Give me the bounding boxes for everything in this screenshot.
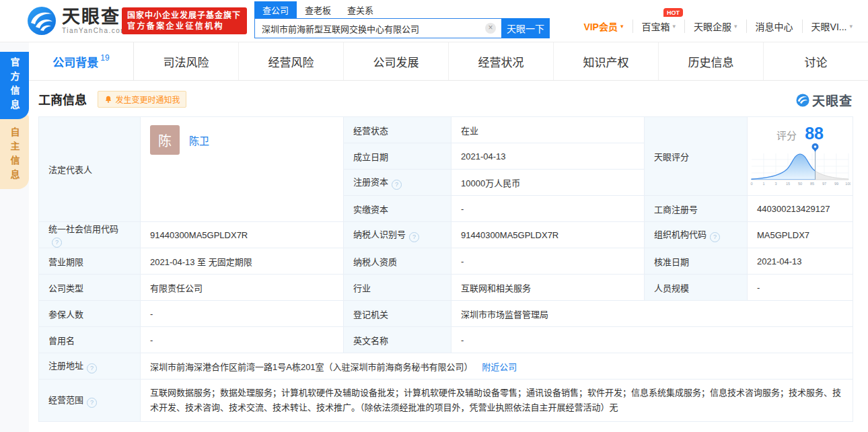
- label-text: 注册资本: [353, 177, 388, 187]
- value-industry: 互联网和相关服务: [451, 275, 645, 301]
- label-establish-date: 成立日期: [344, 143, 451, 170]
- tianyancha-logo[interactable]: 天眼查 TianYanCha.com: [27, 6, 127, 36]
- value-business-term: 2021-04-13 至 无固定期限: [141, 248, 344, 275]
- tab-label: 讨论: [805, 53, 828, 70]
- value-establish-date: 2021-04-13: [451, 143, 645, 170]
- tianyancha-watermark: 天眼查: [796, 91, 853, 109]
- label-text: 统一社会信用代码: [48, 224, 118, 234]
- label-business-term: 营业期限: [39, 248, 141, 275]
- value-legal-representative: 陈 陈卫: [141, 117, 344, 222]
- table-row: 公司类型 有限责任公司 行业 互联网和相关服务 人员规模 -: [39, 275, 853, 301]
- tab-label: 公司背景: [52, 53, 98, 70]
- value-staff-size: -: [748, 275, 853, 301]
- side-tab-official-info[interactable]: 官方信息: [0, 52, 29, 119]
- chevron-down-icon: ▾: [734, 23, 737, 30]
- value-english-name: -: [451, 327, 853, 353]
- tab-label: 经营状况: [478, 53, 524, 70]
- legal-rep-avatar[interactable]: 陈: [150, 125, 180, 155]
- nav-toolbox[interactable]: HOT 百宝箱 ▾: [632, 20, 685, 33]
- value-registration-number: 440300213429127: [748, 196, 853, 222]
- value-approval-date: 2021-04-13: [748, 248, 853, 275]
- search-tab-boss[interactable]: 查老板: [297, 1, 339, 18]
- search-input[interactable]: [254, 18, 501, 38]
- logo-text: 天眼查 TianYanCha.com: [62, 8, 127, 34]
- tab-label: 知识产权: [583, 53, 629, 70]
- help-icon[interactable]: ?: [409, 232, 419, 242]
- help-icon[interactable]: ?: [87, 398, 97, 408]
- value-paid-in-capital: -: [451, 196, 645, 222]
- logo-title: 天眼查: [62, 8, 127, 26]
- tab-label: 公司发展: [373, 53, 419, 70]
- search-tabs: 查公司 查老板 查关系: [254, 3, 550, 18]
- nav-message-center-label: 消息中心: [756, 20, 793, 33]
- tab-count-badge: 19: [100, 53, 109, 63]
- chevron-down-icon: ▾: [673, 23, 676, 30]
- label-staff-size: 人员规模: [645, 275, 748, 301]
- address-text: 深圳市前海深港合作区前湾一路1号A栋201室（入驻深圳市前海商务秘书有限公司）: [150, 362, 473, 372]
- table-row: 法定代表人 陈 陈卫 经营状态 在业 天眼评分 评分 88: [39, 117, 853, 143]
- value-company-type: 有限责任公司: [141, 275, 344, 301]
- score-header: 评分 88: [749, 124, 851, 143]
- header-nav: VIP会员 ▾ HOT 百宝箱 ▾ 天眼企服 ▾ 消息中心 天眼VI... ▾: [575, 20, 861, 33]
- help-icon[interactable]: ?: [392, 180, 402, 190]
- tab-operating-status[interactable]: 经营状况: [449, 42, 554, 80]
- nav-enterprise-service-label: 天眼企服: [694, 20, 731, 33]
- nav-vip-label: VIP会员: [583, 20, 618, 33]
- search-tab-relation[interactable]: 查关系: [339, 1, 382, 18]
- nearby-companies-link[interactable]: 附近公司: [482, 362, 517, 372]
- nav-vip-member[interactable]: VIP会员 ▾: [575, 20, 632, 33]
- company-tabbar: 公司背景 19 司法风险 经营风险 公司发展 经营状况 知识产权 历史信息 讨论: [29, 42, 868, 81]
- score-curve-blue: [752, 154, 848, 180]
- tab-label: 历史信息: [688, 53, 734, 70]
- tab-judicial-risk[interactable]: 司法风险: [134, 42, 239, 80]
- tab-label: 经营风险: [268, 53, 314, 70]
- tab-history-info[interactable]: 历史信息: [659, 42, 764, 80]
- svg-text:15: 15: [786, 182, 790, 186]
- value-credit-code: 91440300MA5GPLDX7R: [141, 222, 344, 248]
- help-icon[interactable]: ?: [52, 238, 62, 248]
- table-row: 营业期限 2021-04-13 至 无固定期限 纳税人资质 - 核准日期 202…: [39, 248, 853, 275]
- svg-text:50: 50: [798, 182, 802, 186]
- label-insured-staff: 参保人数: [39, 301, 141, 327]
- nav-enterprise-service[interactable]: 天眼企服 ▾: [684, 20, 746, 33]
- tab-operating-risk[interactable]: 经营风险: [239, 42, 344, 80]
- notify-on-change-button[interactable]: 发生变更时通知我: [98, 91, 186, 108]
- tab-company-development[interactable]: 公司发展: [344, 42, 449, 80]
- chart-x-ticks: 0 1 3 15 50 85 97 99 100: [750, 182, 851, 186]
- label-taxpayer-id: 纳税人识别号?: [344, 222, 451, 248]
- tianyan-score-chart-cell[interactable]: 评分 88: [748, 117, 853, 196]
- svg-text:85: 85: [810, 182, 814, 186]
- table-row: 注册地址? 深圳市前海深港合作区前湾一路1号A栋201室（入驻深圳市前海商务秘书…: [39, 353, 853, 380]
- value-taxpayer-id: 91440300MA5GPLDX7R: [451, 222, 645, 248]
- value-business-scope: 互联网数据服务；数据处理服务；计算机软硬件及辅助设备批发；计算机软硬件及辅助设备…: [141, 380, 853, 422]
- label-text: 纳税人识别号: [353, 229, 406, 240]
- svg-text:99: 99: [834, 182, 838, 186]
- watermark-label: 天眼查: [812, 91, 853, 109]
- tab-company-background[interactable]: 公司背景 19: [29, 42, 134, 80]
- help-icon[interactable]: ?: [710, 232, 720, 242]
- value-insured-staff: -: [141, 301, 344, 327]
- search-tab-company[interactable]: 查公司: [254, 1, 297, 18]
- svg-text:1: 1: [762, 182, 764, 186]
- side-tab-self-info[interactable]: 自主信息: [0, 115, 29, 189]
- value-former-name: -: [141, 327, 344, 353]
- label-registration-authority: 登记机关: [344, 301, 451, 327]
- clear-search-icon[interactable]: ×: [485, 23, 496, 34]
- nav-message-center[interactable]: 消息中心: [746, 20, 802, 33]
- nav-toolbox-label: 百宝箱: [642, 20, 670, 33]
- search-button[interactable]: 天眼一下: [501, 18, 550, 38]
- label-paid-in-capital: 实缴资本: [344, 196, 451, 222]
- tab-intellectual-property[interactable]: 知识产权: [554, 42, 659, 80]
- nav-tianyan-vip[interactable]: 天眼VI... ▾: [802, 20, 861, 33]
- legal-rep-name-link[interactable]: 陈卫: [189, 133, 209, 147]
- value-registered-capital: 10000万人民币: [451, 170, 645, 196]
- help-icon[interactable]: ?: [87, 363, 97, 373]
- score-caption: 评分: [776, 130, 797, 141]
- table-row: 参保人数 - 登记机关 深圳市市场监督管理局: [39, 301, 853, 327]
- label-company-type: 公司类型: [39, 275, 141, 301]
- top-header: 天眼查 TianYanCha.com 国家中小企业发展子基金旗下 官方备案企业征…: [0, 0, 868, 42]
- svg-text:100: 100: [845, 182, 851, 186]
- value-registered-address: 深圳市前海深港合作区前湾一路1号A栋201室（入驻深圳市前海商务秘书有限公司） …: [141, 353, 853, 380]
- tab-discussion[interactable]: 讨论: [764, 42, 868, 80]
- bell-icon: [104, 95, 112, 104]
